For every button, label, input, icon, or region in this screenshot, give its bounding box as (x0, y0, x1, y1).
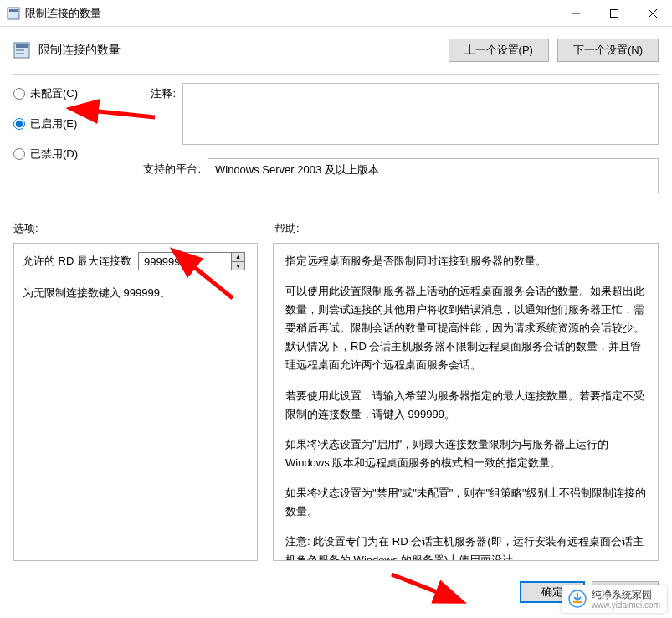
max-connections-label: 允许的 RD 最大连接数 (23, 254, 131, 269)
svg-rect-8 (16, 49, 24, 51)
state-radio-group: 未配置(C) 已启用(E) 已禁用(D) (13, 83, 137, 193)
watermark: 纯净系统家园 www.yidaimei.com (562, 585, 667, 613)
help-p5: 如果将状态设置为"禁用"或"未配置"，则在"组策略"级别上不强制限制连接的数量。 (285, 484, 646, 521)
titlebar: 限制连接的数量 (0, 0, 672, 27)
radio-enabled[interactable]: 已启用(E) (13, 116, 137, 131)
help-p1: 指定远程桌面服务是否限制同时连接到服务器的数量。 (285, 252, 646, 270)
page-title: 限制连接的数量 (38, 43, 440, 58)
svg-rect-3 (611, 9, 618, 17)
max-connections-spinner[interactable]: ▲ ▼ (138, 252, 245, 270)
svg-rect-9 (16, 53, 24, 54)
spinner-up-button[interactable]: ▲ (232, 253, 244, 262)
radio-disabled-input[interactable] (13, 148, 25, 160)
close-button[interactable] (634, 0, 672, 27)
svg-rect-1 (9, 9, 18, 12)
options-panel: 允许的 RD 最大连接数 ▲ ▼ 为无限制连接数键入 999999。 (13, 243, 258, 561)
window-title: 限制连接的数量 (25, 6, 557, 21)
watermark-url: www.yidaimei.com (592, 600, 660, 610)
next-setting-button[interactable]: 下一个设置(N) (557, 39, 659, 62)
spinner-down-button[interactable]: ▼ (232, 262, 244, 270)
help-p2: 可以使用此设置限制服务器上活动的远程桌面服务会话的数量。如果超出此数量，则尝试连… (285, 282, 646, 374)
help-p4: 如果将状态设置为"启用"，则最大连接数量限制为与服务器上运行的 Windows … (285, 435, 646, 472)
header: 限制连接的数量 上一个设置(P) 下一个设置(N) (0, 27, 672, 70)
help-panel: 指定远程桌面服务是否限制同时连接到服务器的数量。 可以使用此设置限制服务器上活动… (273, 243, 659, 561)
comment-textarea[interactable] (182, 83, 659, 145)
platform-label: 支持的平台: (141, 158, 201, 177)
divider (13, 209, 659, 209)
radio-disabled[interactable]: 已禁用(D) (13, 147, 137, 162)
divider (13, 74, 659, 75)
help-label: 帮助: (274, 218, 659, 239)
watermark-name: 纯净系统家园 (592, 589, 660, 600)
minimize-button[interactable] (557, 0, 595, 27)
app-icon (7, 7, 20, 20)
platform-box: Windows Server 2003 及以上版本 (208, 158, 659, 193)
options-label: 选项: (13, 218, 258, 239)
svg-rect-7 (16, 44, 28, 48)
radio-not-configured[interactable]: 未配置(C) (13, 86, 137, 101)
window-controls (557, 0, 672, 27)
radio-enabled-input[interactable] (13, 118, 25, 130)
radio-enabled-label: 已启用(E) (30, 116, 77, 131)
maximize-button[interactable] (595, 0, 634, 27)
comment-label: 注释: (141, 83, 176, 101)
radio-not-configured-input[interactable] (13, 88, 25, 100)
max-connections-input[interactable] (139, 253, 231, 270)
help-p6: 注意: 此设置专门为在 RD 会话主机服务器(即，运行安装有远程桌面会话主机角色… (285, 533, 646, 561)
help-p3: 若要使用此设置，请输入希望为服务器指定的最大连接数量。若要指定不受限制的连接数量… (285, 387, 646, 424)
radio-disabled-label: 已禁用(D) (30, 147, 78, 162)
prev-setting-button[interactable]: 上一个设置(P) (449, 39, 549, 62)
watermark-logo-icon (568, 590, 587, 608)
platform-value: Windows Server 2003 及以上版本 (215, 163, 379, 176)
options-hint: 为无限制连接数键入 999999。 (23, 286, 249, 301)
policy-icon (13, 42, 30, 59)
radio-not-configured-label: 未配置(C) (30, 86, 78, 101)
